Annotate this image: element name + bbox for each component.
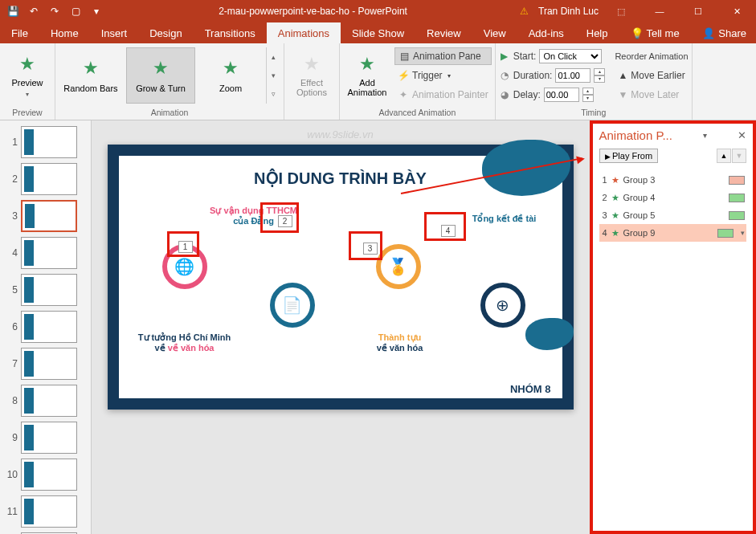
undo-icon[interactable]: ↶ (24, 2, 43, 20)
title-bar: 💾 ↶ ↷ ▢ ▾ 2-mau-powwerpoint-ve-bac-ho - … (0, 0, 756, 22)
pane-dropdown-icon[interactable]: ▾ (703, 131, 707, 140)
trigger-icon: ⚡ (398, 70, 409, 81)
slide-thumbnails[interactable]: 12345678910111213 (0, 120, 92, 534)
thumb-image (21, 126, 77, 158)
topic-3: Thành tựuvề văn hóa (352, 332, 448, 353)
slide-editor[interactable]: www.9slide.vn NỘI DUNG TRÌNH BÀY 🌐 📄 🏅 ⊕… (92, 120, 590, 534)
thumb-image (21, 459, 77, 491)
tab-home[interactable]: Home (39, 22, 90, 43)
web-icon[interactable]: ⊕ (480, 283, 525, 328)
thumb-image (21, 274, 77, 306)
thumb-image (21, 237, 77, 269)
tab-file[interactable]: File (0, 22, 39, 43)
star-icon: ★ (611, 210, 619, 221)
tab-transitions[interactable]: Transitions (194, 22, 267, 43)
gallery-scroll[interactable]: ▴▾▿ (266, 47, 280, 104)
preview-button[interactable]: ★ Preview ▾ (3, 47, 51, 104)
star-icon: ★ (611, 193, 619, 203)
document-title: 2-mau-powwerpoint-ve-bac-ho - PowerPoint (106, 6, 520, 17)
work-area: 12345678910111213 www.9slide.vn NỘI DUNG… (0, 120, 756, 534)
delay-spin[interactable]: ▴▾ (582, 88, 594, 102)
tab-animations[interactable]: Animations (267, 22, 341, 43)
anim-zoom[interactable]: ★Zoom (198, 47, 263, 104)
thumbnail-6[interactable]: 6 (2, 308, 89, 345)
topic-4: Tổng kết đề tài (456, 214, 553, 224)
thumbnail-7[interactable]: 7 (2, 345, 89, 382)
thumbnail-4[interactable]: 4 (2, 234, 89, 271)
preview-star-icon: ★ (19, 54, 35, 75)
ribbon: ★ Preview ▾ Preview ★Random Bars ★Grow &… (0, 43, 756, 120)
qat-more-icon[interactable]: ▾ (87, 2, 106, 20)
thumbnail-5[interactable]: 5 (2, 271, 89, 308)
redo-icon[interactable]: ↷ (45, 2, 64, 20)
animation-painter-button: ✦Animation Painter (394, 86, 492, 104)
thumbnail-3[interactable]: 3 (2, 198, 89, 234)
watermark: www.9slide.vn (307, 128, 373, 141)
tab-tellme[interactable]: 💡Tell me (619, 22, 691, 43)
duration-spin[interactable]: ▴▾ (594, 68, 605, 83)
thumbnail-8[interactable]: 8 (2, 382, 89, 419)
start-play-icon: ▶ (499, 51, 510, 62)
thumbnail-12[interactable]: 12 (2, 530, 89, 534)
animation-pane-icon: ▤ (398, 51, 410, 62)
tab-slideshow[interactable]: Slide Show (341, 22, 415, 43)
minimize-icon[interactable]: — (644, 0, 676, 22)
group-label: NHÓM 8 (510, 383, 551, 395)
thumbnail-1[interactable]: 1 (2, 124, 89, 161)
group-label-timing: Timing (499, 106, 689, 120)
maximize-icon[interactable]: ☐ (682, 0, 714, 22)
docs-icon[interactable]: 📄 (270, 283, 315, 328)
start-label: Start: (513, 51, 537, 62)
tab-addins[interactable]: Add-ins (517, 22, 575, 43)
anim-random-bars[interactable]: ★Random Bars (59, 47, 123, 104)
badge-icon[interactable]: 🏅 (376, 244, 421, 289)
tab-help[interactable]: Help (575, 22, 619, 43)
animation-pane-button[interactable]: ▤Animation Pane (394, 47, 492, 65)
anim-pane-item[interactable]: 2★Group 4 (599, 189, 746, 206)
trigger-button[interactable]: ⚡Trigger▾ (394, 67, 492, 84)
group-label-preview: Preview (3, 106, 51, 120)
thumbnail-9[interactable]: 9 (2, 419, 89, 456)
move-down-icon[interactable]: ▼ (732, 149, 746, 163)
thumb-image (21, 385, 77, 417)
close-pane-icon[interactable]: ✕ (738, 129, 746, 141)
move-up-icon[interactable]: ▲ (717, 149, 731, 163)
thumb-image (21, 348, 77, 380)
highlight-1 (167, 231, 199, 257)
add-animation-button[interactable]: ★ Add Animation (343, 47, 391, 104)
animation-pane-title: Animation P... (599, 128, 672, 142)
start-from-begin-icon[interactable]: ▢ (66, 2, 85, 20)
duration-input[interactable] (555, 68, 590, 83)
thumb-image (21, 163, 77, 195)
clock-icon: ◔ (499, 70, 510, 81)
thumbnail-2[interactable]: 2 (2, 161, 89, 198)
close-icon[interactable]: ✕ (721, 0, 753, 22)
thumb-image (21, 311, 77, 343)
slide-canvas[interactable]: NỘI DUNG TRÌNH BÀY 🌐 📄 🏅 ⊕ Sự vận dụng T… (108, 145, 574, 410)
duration-label: Duration: (513, 70, 553, 81)
delay-clock-icon: ◕ (499, 89, 510, 100)
ribbon-opts-icon[interactable]: ⬚ (605, 0, 637, 22)
tab-insert[interactable]: Insert (90, 22, 139, 43)
share-button[interactable]: 👤Share (693, 22, 756, 43)
thumb-image (21, 422, 77, 454)
highlight-3 (349, 231, 382, 260)
thumbnail-11[interactable]: 11 (2, 493, 89, 530)
delay-input[interactable] (544, 88, 579, 102)
anim-pane-item[interactable]: 3★Group 5 (599, 206, 746, 224)
tab-review[interactable]: Review (415, 22, 472, 43)
anim-pane-item[interactable]: 1★Group 3 (599, 171, 746, 189)
move-earlier-button[interactable]: ▲Move Earlier (615, 67, 688, 84)
save-icon[interactable]: 💾 (3, 2, 22, 20)
start-select[interactable]: On Click (539, 49, 602, 63)
topic-1: Tư tưởng Hồ Chí Minhvề về văn hóa (137, 332, 233, 353)
play-from-button[interactable]: ▶ Play From (599, 149, 659, 163)
thumbnail-10[interactable]: 10 (2, 456, 89, 493)
tab-view[interactable]: View (472, 22, 517, 43)
anim-pane-item[interactable]: 4★Group 9▾ (599, 224, 746, 242)
highlight-2 (260, 202, 299, 233)
effect-options-button: ★ Effect Options (288, 47, 336, 104)
group-label-advanced: Advanced Animation (343, 106, 492, 120)
tab-design[interactable]: Design (138, 22, 193, 43)
anim-grow-turn[interactable]: ★Grow & Turn (126, 47, 195, 104)
